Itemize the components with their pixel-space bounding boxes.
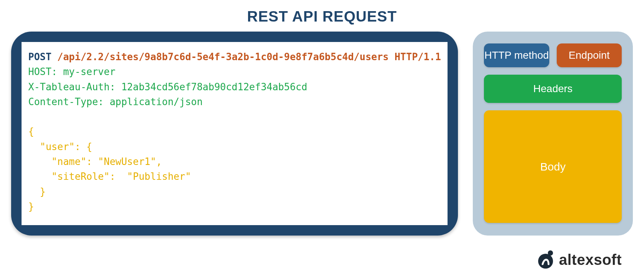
brand-watermark: altexsoft — [536, 250, 622, 269]
brand-name: altexsoft — [559, 252, 622, 268]
code-header-line: Content-Type: application/json — [28, 96, 203, 107]
code-block: POST /api/2.2/sites/9a8b7c6d-5e4f-3a2b-1… — [22, 42, 448, 225]
code-body-line: } — [28, 186, 46, 197]
legend-body: Body — [484, 110, 622, 223]
code-protocol: HTTP/1.1 — [394, 51, 441, 62]
code-body-line: "name": "NewUser1", — [28, 156, 162, 167]
code-header-line: HOST: my-server — [28, 66, 116, 77]
legend-http-method: HTTP method — [484, 43, 549, 67]
diagram-title: REST API REQUEST — [0, 0, 644, 32]
legend-endpoint: Endpoint — [557, 43, 622, 67]
code-body-line: "siteRole": "Publisher" — [28, 171, 191, 182]
code-method: POST — [28, 51, 52, 62]
code-endpoint: /api/2.2/sites/9a8b7c6d-5e4f-3a2b-1c0d-9… — [57, 51, 388, 62]
diagram-row: POST /api/2.2/sites/9a8b7c6d-5e4f-3a2b-1… — [0, 32, 644, 236]
code-body-line: { — [28, 126, 34, 137]
code-card: POST /api/2.2/sites/9a8b7c6d-5e4f-3a2b-1… — [11, 32, 458, 236]
legend-headers: Headers — [484, 75, 622, 103]
code-body-line: "user": { — [28, 141, 92, 152]
code-body-line: } — [28, 201, 34, 212]
legend-card: HTTP method Endpoint Headers Body — [473, 32, 633, 236]
legend-top-row: HTTP method Endpoint — [484, 43, 622, 67]
svg-point-1 — [548, 250, 553, 256]
code-header-line: X-Tableau-Auth: 12ab34cd56ef78ab90cd12ef… — [28, 81, 307, 93]
svg-point-0 — [538, 254, 553, 269]
brand-logo-icon — [536, 250, 555, 269]
